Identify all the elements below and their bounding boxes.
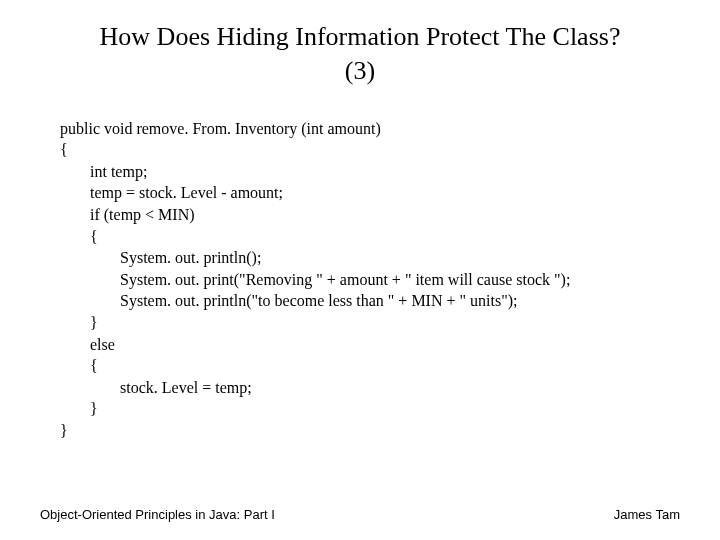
code-line: else — [60, 334, 720, 356]
code-line: System. out. print("Removing " + amount … — [60, 269, 720, 291]
code-line: int temp; — [60, 161, 720, 183]
code-block: public void remove. From. Inventory (int… — [60, 118, 720, 442]
code-line: System. out. println("to become less tha… — [60, 290, 720, 312]
slide-title: How Does Hiding Information Protect The … — [0, 20, 720, 88]
code-line: System. out. println(); — [60, 247, 720, 269]
code-line: } — [60, 398, 720, 420]
footer-right: James Tam — [614, 507, 680, 522]
code-line: stock. Level = temp; — [60, 377, 720, 399]
footer: Object-Oriented Principles in Java: Part… — [0, 507, 720, 522]
code-line: { — [60, 226, 720, 248]
slide-container: How Does Hiding Information Protect The … — [0, 0, 720, 540]
title-line-2: (3) — [0, 54, 720, 88]
footer-left: Object-Oriented Principles in Java: Part… — [40, 507, 275, 522]
code-line: temp = stock. Level - amount; — [60, 182, 720, 204]
code-line: if (temp < MIN) — [60, 204, 720, 226]
code-line: { — [60, 139, 720, 161]
code-line: public void remove. From. Inventory (int… — [60, 118, 720, 140]
code-line: } — [60, 312, 720, 334]
code-line: { — [60, 355, 720, 377]
title-line-1: How Does Hiding Information Protect The … — [0, 20, 720, 54]
code-line: } — [60, 420, 720, 442]
